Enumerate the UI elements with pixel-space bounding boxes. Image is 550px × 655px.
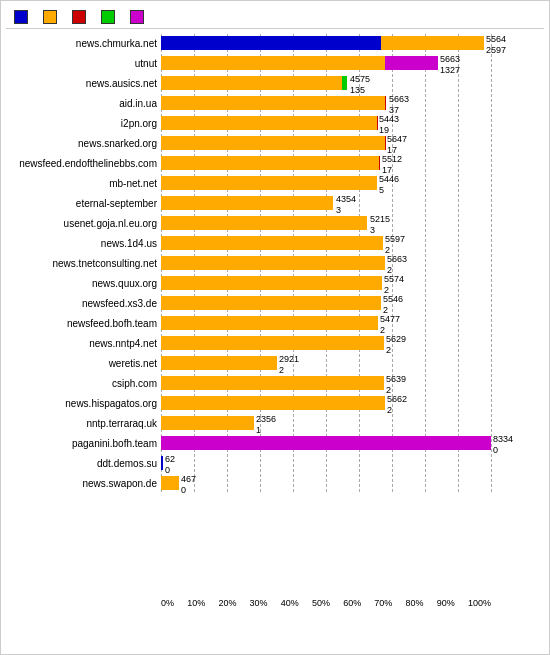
- grid-line: [491, 154, 492, 172]
- grid-line: [491, 114, 492, 132]
- bar-wrapper: [161, 76, 347, 90]
- bar-value-secondary: 0: [493, 445, 513, 456]
- bar-wrapper: [161, 416, 254, 430]
- x-tick-label: 50%: [312, 598, 330, 608]
- table-row: news.swapon.de4670: [6, 474, 544, 492]
- table-row: ddt.demos.su620: [6, 454, 544, 472]
- bar-value-secondary: 0: [181, 485, 196, 496]
- table-row: i2pn.org544319: [6, 114, 544, 132]
- grid-line: [491, 434, 492, 452]
- bar-wrapper: [161, 276, 382, 290]
- bar-value-primary: 5663: [389, 94, 409, 105]
- row-label: newsfeed.bofh.team: [6, 318, 161, 329]
- bar-wrapper: [161, 156, 380, 170]
- grid-line: [458, 474, 459, 492]
- bar-value-primary: 5597: [385, 234, 405, 245]
- bar-value-primary: 5629: [386, 334, 406, 345]
- grid-line: [458, 274, 459, 292]
- bar-wrapper: [161, 476, 179, 490]
- grid-line: [458, 74, 459, 92]
- row-label: newsfeed.xs3.de: [6, 298, 161, 309]
- bar-area: 55642597: [161, 34, 544, 52]
- bar-value-labels: 56292: [386, 334, 406, 356]
- grid-line: [326, 474, 327, 492]
- bar-area: 55462: [161, 294, 544, 312]
- grid-line: [359, 414, 360, 432]
- bar-value-secondary: 5: [379, 185, 399, 196]
- bar-wrapper: [161, 196, 333, 210]
- bar-value-secondary: 2597: [486, 45, 506, 56]
- bar-value-primary: 5663: [440, 54, 460, 65]
- bar-value-primary: 5215: [370, 214, 390, 225]
- bar-value-secondary: 2: [279, 365, 299, 376]
- table-row: news.tnetconsulting.net56632: [6, 254, 544, 272]
- missing-color-swatch: [101, 10, 115, 24]
- legend-accepted: [14, 10, 31, 24]
- refused-bar: [161, 236, 383, 250]
- grid-line: [392, 74, 393, 92]
- bar-value-secondary: 2: [387, 405, 407, 416]
- row-label: news.swapon.de: [6, 478, 161, 489]
- grid-line: [392, 454, 393, 472]
- bar-wrapper: [161, 356, 277, 370]
- bar-wrapper: [161, 376, 384, 390]
- bar-value-primary: 2356: [256, 414, 276, 425]
- bar-wrapper: [161, 116, 378, 130]
- refused-bar: [161, 476, 179, 490]
- bar-wrapper: [161, 256, 385, 270]
- bar-wrapper: [161, 396, 385, 410]
- bar-area: 55742: [161, 274, 544, 292]
- row-label: news.ausics.net: [6, 78, 161, 89]
- row-label: csiph.com: [6, 378, 161, 389]
- bar-area: 564717: [161, 134, 544, 152]
- table-row: nntp.terraraq.uk23561: [6, 414, 544, 432]
- grid-line: [425, 414, 426, 432]
- row-label: i2pn.org: [6, 118, 161, 129]
- grid-line: [491, 274, 492, 292]
- table-row: eternal-september43543: [6, 194, 544, 212]
- bar-value-primary: 5663: [387, 254, 407, 265]
- grid-line: [425, 334, 426, 352]
- bar-value-labels: 55972: [385, 234, 405, 256]
- grid-line: [359, 194, 360, 212]
- grid-line: [491, 234, 492, 252]
- grid-line: [293, 454, 294, 472]
- table-row: usenet.goja.nl.eu.org52153: [6, 214, 544, 232]
- refused-bar: [161, 156, 379, 170]
- bar-wrapper: [161, 96, 386, 110]
- bar-value-primary: 8334: [493, 434, 513, 445]
- bar-value-primary: 5477: [380, 314, 400, 325]
- accepted-bar: [161, 456, 163, 470]
- bar-area: 620: [161, 454, 544, 472]
- table-row: paganini.bofh.team83340: [6, 434, 544, 452]
- table-row: weretis.net29212: [6, 354, 544, 372]
- bar-value-primary: 4354: [336, 194, 356, 205]
- bar-wrapper: [161, 296, 381, 310]
- bar-value-labels: 4670: [181, 474, 196, 496]
- refused-bar: [161, 376, 384, 390]
- bar-value-secondary: 1: [256, 425, 276, 436]
- table-row: news.1d4.us55972: [6, 234, 544, 252]
- row-label: nntp.terraraq.uk: [6, 418, 161, 429]
- table-row: news.snarked.org564717: [6, 134, 544, 152]
- bar-wrapper: [161, 236, 383, 250]
- x-tick-label: 0%: [161, 598, 174, 608]
- grid-line: [227, 454, 228, 472]
- bar-value-labels: 55742: [384, 274, 404, 296]
- grid-line: [425, 354, 426, 372]
- bar-value-labels: 23561: [256, 414, 276, 436]
- bar-value-labels: 55462: [383, 294, 403, 316]
- bar-area: 52153: [161, 214, 544, 232]
- refused-bar: [161, 316, 378, 330]
- bar-value-labels: 83340: [493, 434, 513, 456]
- grid-line: [458, 354, 459, 372]
- bar-area: 551217: [161, 154, 544, 172]
- grid-line: [458, 254, 459, 272]
- bar-wrapper: [161, 456, 163, 470]
- refused-bar: [161, 416, 254, 430]
- x-tick-label: 40%: [281, 598, 299, 608]
- grid-line: [425, 214, 426, 232]
- rejected-bar: [377, 116, 378, 130]
- grid-line: [227, 474, 228, 492]
- row-label: eternal-september: [6, 198, 161, 209]
